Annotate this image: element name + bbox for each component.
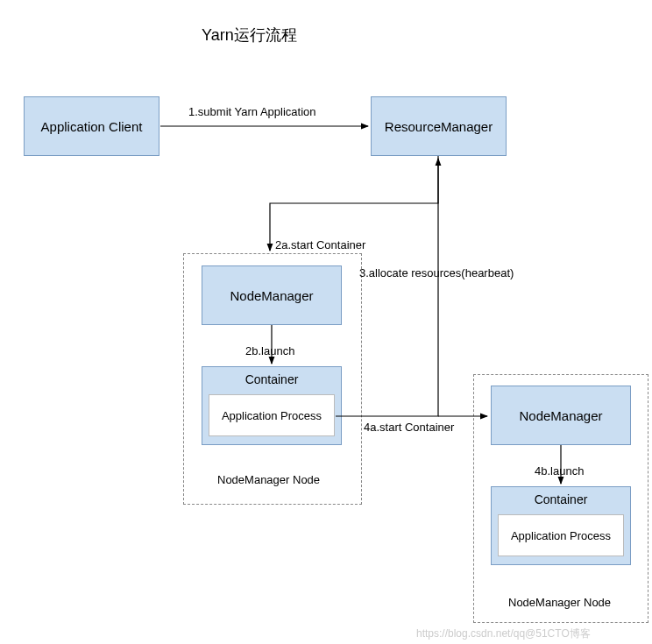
label-step2a: 2a.start Container <box>275 238 365 251</box>
app-process-1-label: Application Process <box>222 409 322 422</box>
nm-node-2-label: NodeManager Node <box>508 596 611 609</box>
node-manager-2-label: NodeManager <box>519 408 602 423</box>
container-2-title: Container <box>491 492 631 506</box>
container-1-title: Container <box>202 372 342 386</box>
label-step3: 3.allocate resources(hearbeat) <box>359 266 514 280</box>
app-process-2-label: Application Process <box>511 529 611 542</box>
label-step4b: 4b.launch <box>535 464 584 478</box>
arrow-step2a <box>270 156 438 251</box>
watermark-text: https://blog.csdn.net/qq@51CTO博客 <box>416 626 591 641</box>
node-manager-1-label: NodeManager <box>230 288 313 303</box>
diagram-title: Yarn运行流程 <box>202 25 297 46</box>
box-node-manager-1: NodeManager <box>202 265 342 325</box>
resource-manager-label: ResourceManager <box>385 119 493 134</box>
box-app-process-1: Application Process <box>209 394 335 436</box>
app-client-label: Application Client <box>41 119 143 134</box>
label-step1: 1.submit Yarn Application <box>188 105 316 118</box>
box-app-process-2: Application Process <box>498 514 624 556</box>
box-application-client: Application Client <box>24 96 159 156</box>
nm-node-1-label: NodeManager Node <box>217 473 320 486</box>
label-step4a: 4a.start Container <box>364 421 454 434</box>
box-resource-manager: ResourceManager <box>371 96 507 156</box>
box-node-manager-2: NodeManager <box>491 386 631 445</box>
label-step2b: 2b.launch <box>245 344 294 357</box>
